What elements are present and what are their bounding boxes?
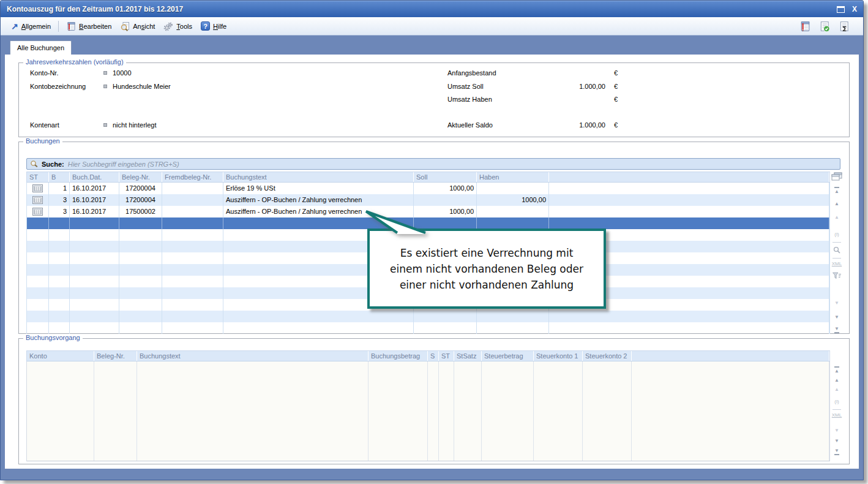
tab-alle-buchungen[interactable]: Alle Buchungen [10, 40, 72, 55]
page-up-icon[interactable]: ▲ [834, 214, 839, 220]
col-fremdbelegnr[interactable]: Fremdbeleg-Nr. [162, 172, 223, 182]
menubar: ↗ Allgemein Bearbeiten Ansicht Tools ? H… [1, 17, 863, 36]
transaction-table-body[interactable] [26, 361, 830, 461]
xml-icon[interactable]: XML [832, 412, 842, 418]
col-steuerkonto2[interactable]: Steuerkonto 2 [583, 351, 632, 361]
scroll-down-icon[interactable]: ▼ [834, 438, 839, 444]
callout-line: einer nicht vorhandenen Zahlung [400, 277, 574, 293]
col-belegnr[interactable]: Beleg-Nr. [119, 172, 162, 182]
search-label: Suche: [42, 161, 64, 168]
empty-row[interactable] [27, 311, 829, 322]
scroll-up-icon[interactable]: ▲ [834, 377, 839, 383]
xml-icon[interactable]: XML [832, 261, 842, 267]
callout-line: Es existiert eine Verrechnung mit [400, 245, 574, 261]
bookings-legend: Buchungen [23, 137, 62, 145]
callout-line: einem nicht vorhandenen Beleg oder [390, 261, 583, 277]
transaction-sidebar: ▲ ▲ ▲ (I) XML ▼ ▼ ▼ [828, 350, 845, 461]
gears-icon [163, 21, 173, 31]
help-icon: ? [201, 21, 210, 31]
magnifier-document-icon [120, 21, 130, 31]
col-st[interactable]: ST [439, 351, 454, 361]
field-value: Hundeschule Meier [113, 83, 171, 90]
grid-icon [32, 208, 43, 216]
close-button[interactable]: X [852, 5, 857, 13]
journal-icon [66, 21, 76, 31]
col-steuerbetrag[interactable]: Steuerbetrag [482, 351, 534, 361]
scroll-up-icon[interactable]: ▲ [834, 201, 839, 206]
content-area: Jahresverkehrszahlen (vorläufig) Konto-N… [5, 55, 859, 469]
titlebar: Kontoauszug für den Zeitraum 01.2017 bis… [1, 1, 863, 17]
col-steuerkonto1[interactable]: Steuerkonto 1 [534, 351, 583, 361]
field-value: nicht hinterlegt [113, 121, 157, 129]
search-icon [30, 160, 38, 168]
arrow-up-right-icon: ↗ [11, 22, 18, 31]
summary-fieldset: Jahresverkehrszahlen (vorläufig) Konto-N… [18, 62, 850, 137]
scroll-top-icon[interactable]: ▲ [834, 187, 839, 194]
menu-hilfe[interactable]: ? Hilfe [196, 21, 231, 31]
page-up-icon[interactable]: ▲ [834, 387, 839, 392]
bullet-icon [103, 71, 107, 75]
menu-bearbeiten[interactable]: Bearbeiten [62, 21, 116, 31]
journal-button[interactable] [799, 21, 810, 32]
col-haben[interactable]: Haben [477, 172, 549, 182]
col-belegnr[interactable]: Beleg-Nr. [94, 351, 137, 361]
bullet-icon [103, 123, 107, 127]
col-stsatz[interactable]: StSatz [454, 351, 482, 361]
col-buchdat[interactable]: Buch.Dat. [70, 172, 119, 182]
group-brackets-icon[interactable]: (I) [834, 232, 839, 237]
menu-tools[interactable]: Tools [159, 21, 196, 31]
grid-icon [32, 184, 43, 192]
currency-symbol: € [614, 121, 618, 129]
search-input[interactable] [68, 161, 837, 168]
currency-symbol: € [614, 69, 618, 77]
divider [832, 242, 841, 243]
table-row[interactable]: 3 16.10.2017 17200004 Ausziffern - OP-Bu… [27, 194, 829, 206]
transaction-fieldset: Buchungsvorgang Konto Beleg-Nr. Buchungs… [18, 338, 850, 464]
tab-strip: Alle Buchungen [1, 36, 863, 55]
callout-pointer [362, 206, 441, 243]
scroll-bottom-icon[interactable]: ▼ [834, 326, 839, 333]
search-bar[interactable]: Suche: [26, 158, 840, 170]
scroll-top-icon[interactable]: ▲ [834, 366, 839, 374]
divider [832, 409, 841, 410]
page-down-icon[interactable]: ▼ [834, 428, 839, 433]
bookings-header: ST B Buch.Dat. Beleg-Nr. Fremdbeleg-Nr. … [26, 172, 830, 183]
scroll-bottom-icon[interactable]: ▼ [834, 448, 839, 455]
transaction-header: Konto Beleg-Nr. Buchungstext Buchungsbet… [26, 350, 830, 361]
maximize-button[interactable] [837, 6, 845, 13]
summary-legend: Jahresverkehrszahlen (vorläufig) [23, 58, 126, 66]
page-down-icon[interactable]: ▼ [834, 300, 839, 306]
document-check-button[interactable] [819, 21, 830, 32]
window-title: Kontoauszug für den Zeitraum 01.2017 bis… [7, 5, 837, 13]
col-b[interactable]: B [49, 172, 70, 182]
currency-symbol: € [614, 96, 618, 103]
col-buchungstext[interactable]: Buchungstext [223, 172, 414, 182]
col-buchungsbetrag[interactable]: Buchungsbetrag [369, 351, 428, 361]
col-st[interactable]: ST [27, 172, 49, 182]
bullet-icon [103, 85, 107, 88]
field-value: 10000 [113, 69, 132, 77]
currency-symbol: € [614, 83, 618, 90]
field-label: Aktueller Saldo [447, 121, 493, 129]
filter-icon[interactable] [832, 272, 842, 279]
field-label: Umsatz Soll [447, 83, 484, 90]
col-s[interactable]: S [428, 351, 439, 361]
empty-row[interactable] [27, 322, 829, 334]
app-window: Kontoauszug für den Zeitraum 01.2017 bis… [0, 0, 864, 480]
table-row[interactable]: 1 16.10.2017 17200004 Erlöse 19 % USt 10… [27, 183, 829, 194]
column-chooser-icon[interactable] [831, 172, 842, 181]
group-brackets-icon[interactable]: (I) [834, 399, 839, 404]
menu-allgemein[interactable]: ↗ Allgemein [7, 22, 55, 31]
col-soll[interactable]: Soll [414, 172, 477, 182]
field-label: Anfangsbestand [447, 69, 496, 77]
divider [832, 258, 841, 259]
col-buchungstext[interactable]: Buchungstext [137, 351, 369, 361]
document-sum-button[interactable] [839, 21, 850, 32]
col-empty [632, 351, 829, 361]
menu-ansicht[interactable]: Ansicht [116, 21, 159, 31]
magnifier-icon[interactable] [833, 246, 840, 254]
scroll-down-icon[interactable]: ▼ [834, 314, 839, 320]
field-label: Umsatz Haben [447, 96, 492, 103]
col-konto[interactable]: Konto [27, 351, 94, 361]
field-label: Konto-Nr. [30, 69, 58, 77]
